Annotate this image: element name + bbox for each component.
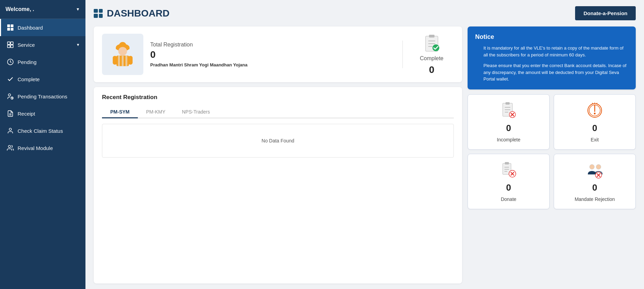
exit-label: Exit	[591, 137, 599, 142]
sidebar-label-dashboard: Dashboard	[18, 25, 80, 31]
stat-box-mandate[interactable]: 0 Mandate Rejection	[554, 154, 636, 209]
sidebar-item-revival[interactable]: Revival Module	[0, 139, 85, 157]
svg-point-5	[8, 94, 11, 96]
total-registration-value: 0	[150, 49, 396, 60]
incomplete-icon	[500, 101, 518, 119]
notice-item-2: Please ensure that you enter the correct…	[481, 62, 628, 83]
notice-title: Notice	[475, 33, 628, 41]
registration-stats-card: Total Registration 0 Pradhan Mantri Shra…	[94, 26, 462, 82]
sidebar-label-pending: Pending	[18, 59, 80, 65]
svg-rect-18	[122, 56, 123, 66]
main-content: DASHBOARD Donate-a-Pension	[85, 0, 644, 289]
page-title: DASHBOARD	[94, 8, 170, 19]
divider	[402, 41, 403, 68]
mandate-icon	[586, 161, 604, 179]
svg-point-15	[118, 47, 127, 55]
dashboard-icon	[94, 9, 103, 18]
worker-avatar	[102, 34, 143, 75]
sidebar-nav: Dashboard Service ▼ Pending Complete	[0, 19, 85, 289]
donate-value: 0	[506, 182, 511, 193]
svg-rect-21	[128, 56, 133, 65]
stat-box-exit[interactable]: 0 Exit	[554, 94, 636, 150]
content-right: Notice It is mandatory for all the VLE's…	[468, 26, 636, 283]
pending-icon	[7, 58, 14, 66]
sidebar-label-pending-transactions: Pending Transactions	[18, 94, 80, 99]
sidebar-label-complete: Complete	[18, 76, 80, 82]
sidebar-item-pending[interactable]: Pending	[0, 53, 85, 71]
registration-info: Total Registration 0 Pradhan Mantri Shra…	[150, 42, 396, 67]
tab-pm-kmy[interactable]: PM-KMY	[138, 106, 174, 118]
pending-transactions-icon	[7, 93, 14, 100]
svg-point-39	[594, 113, 596, 114]
sidebar-item-service[interactable]: Service ▼	[0, 36, 85, 53]
sidebar-label-revival: Revival Module	[18, 145, 80, 151]
svg-point-10	[8, 146, 11, 148]
donate-label: Donate	[501, 196, 516, 202]
tab-pm-sym[interactable]: PM-SYM	[102, 106, 138, 118]
svg-point-52	[596, 164, 601, 169]
complete-icon	[422, 33, 441, 53]
svg-rect-17	[118, 56, 120, 66]
mandate-value: 0	[592, 182, 597, 193]
header: DASHBOARD Donate-a-Pension	[85, 0, 644, 24]
sidebar-item-dashboard[interactable]: Dashboard	[0, 19, 85, 36]
registration-tabs: PM-SYM PM-KMY NPS-Traders	[102, 106, 454, 118]
svg-point-9	[9, 128, 12, 131]
recent-registration-card: Recent Registration PM-SYM PM-KMY NPS-Tr…	[94, 87, 462, 283]
svg-rect-44	[505, 162, 509, 164]
complete-value: 0	[429, 64, 435, 75]
total-registration-label: Total Registration	[150, 42, 396, 48]
notice-list: It is mandatory for all the VLE's to ret…	[475, 45, 628, 83]
svg-rect-19	[125, 56, 127, 66]
scheme-name: Pradhan Mantri Shram Yogi Maandhan Yojan…	[150, 62, 396, 67]
stat-box-incomplete[interactable]: 0 Incomplete	[468, 94, 550, 150]
svg-rect-3	[11, 45, 13, 48]
svg-rect-29	[505, 102, 510, 105]
sidebar-item-check-claim[interactable]: Check Claim Status	[0, 122, 85, 139]
complete-icon	[7, 75, 14, 83]
svg-rect-23	[429, 35, 435, 38]
content-area: Total Registration 0 Pradhan Mantri Shra…	[85, 24, 644, 289]
no-data-message: No Data Found	[102, 124, 454, 158]
stat-boxes-grid: 0 Incomplete	[468, 94, 636, 209]
exit-icon	[586, 101, 604, 119]
receipt-icon	[7, 110, 14, 117]
svg-rect-20	[113, 56, 117, 65]
service-chevron-icon: ▼	[76, 43, 80, 47]
sidebar-item-pending-transactions[interactable]: Pending Transactions	[0, 88, 85, 105]
sidebar: Welcome, . ▼ Dashboard Service ▼ Pending	[0, 0, 85, 289]
dashboard-title: DASHBOARD	[107, 8, 170, 19]
stat-box-donate[interactable]: 0 Donate	[468, 154, 550, 209]
svg-rect-0	[8, 42, 10, 45]
donate-icon	[500, 161, 518, 179]
welcome-text: Welcome, .	[6, 6, 34, 12]
revival-icon	[7, 144, 14, 152]
service-icon	[7, 41, 14, 49]
grid-icon	[7, 24, 14, 31]
svg-rect-2	[8, 45, 10, 48]
recent-registration-title: Recent Registration	[102, 94, 454, 101]
chevron-down-icon: ▼	[76, 7, 80, 12]
svg-point-51	[590, 164, 594, 169]
incomplete-label: Incomplete	[497, 137, 520, 142]
sidebar-item-complete[interactable]: Complete	[0, 71, 85, 88]
tab-nps-traders[interactable]: NPS-Traders	[174, 106, 218, 118]
notice-item-1: It is mandatory for all the VLE's to ret…	[481, 45, 628, 58]
content-left: Total Registration 0 Pradhan Mantri Shra…	[94, 26, 462, 283]
notice-card: Notice It is mandatory for all the VLE's…	[468, 26, 636, 89]
incomplete-value: 0	[506, 123, 511, 133]
donate-pension-button[interactable]: Donate-a-Pension	[575, 6, 636, 20]
complete-label: Complete	[420, 55, 443, 62]
mandate-label: Mandate Rejection	[575, 196, 615, 202]
complete-stats: Complete 0	[410, 33, 454, 75]
sidebar-item-receipt[interactable]: Receipt	[0, 105, 85, 122]
sidebar-label-check-claim: Check Claim Status	[18, 128, 80, 134]
check-claim-icon	[7, 127, 14, 135]
sidebar-label-service: Service	[18, 42, 73, 48]
sidebar-welcome[interactable]: Welcome, . ▼	[0, 0, 85, 19]
exit-value: 0	[592, 123, 597, 133]
svg-rect-1	[11, 42, 13, 45]
sidebar-label-receipt: Receipt	[18, 111, 80, 117]
